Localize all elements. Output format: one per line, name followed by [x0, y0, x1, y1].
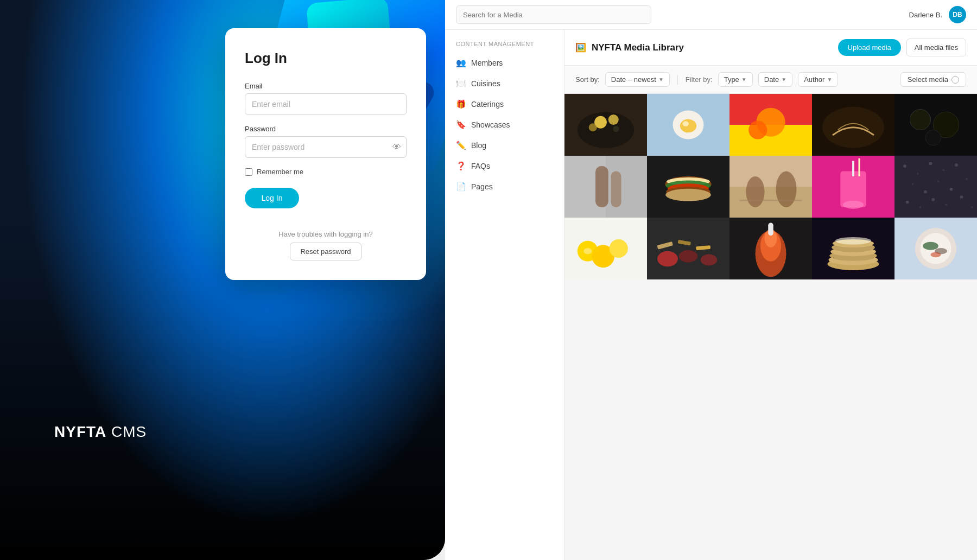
upload-media-button[interactable]: Upload media [838, 39, 901, 56]
author-chevron-icon: ▼ [827, 77, 832, 82]
search-input[interactable] [456, 5, 651, 24]
sidebar-item-members[interactable]: 👥 Members [445, 53, 564, 73]
svg-point-3 [608, 114, 619, 125]
svg-point-30 [665, 189, 711, 201]
svg-point-51 [966, 178, 968, 180]
remember-row: Remember me [245, 168, 407, 176]
sidebar-section-label: Content management [445, 41, 564, 53]
top-bar: Darlene B. DB [445, 0, 977, 30]
avatar: DB [949, 6, 966, 23]
svg-point-54 [931, 198, 935, 201]
sidebar-item-cuisines[interactable]: 🍽️ Cuisines [445, 73, 564, 94]
svg-point-52 [906, 201, 909, 204]
type-chevron-icon: ▼ [741, 77, 747, 82]
media-item[interactable] [812, 156, 894, 218]
svg-point-42 [903, 164, 906, 168]
media-library-icon: 🖼️ [575, 42, 586, 53]
svg-point-5 [613, 126, 619, 132]
svg-point-47 [911, 183, 913, 185]
sidebar-item-faqs[interactable]: ❓ FAQs [445, 156, 564, 176]
media-item[interactable] [729, 218, 812, 279]
all-media-button[interactable]: All media files [906, 39, 966, 56]
sidebar-item-label-blog: Blog [471, 141, 486, 150]
remember-checkbox[interactable] [245, 168, 252, 176]
svg-point-44 [929, 162, 932, 165]
media-item[interactable] [564, 156, 647, 218]
sidebar-item-caterings[interactable]: 🎁 Caterings [445, 94, 564, 114]
media-item[interactable] [647, 156, 729, 218]
password-label: Password [245, 125, 407, 133]
media-item[interactable] [647, 218, 729, 279]
sidebar: Content management 👥 Members 🍽️ Cuisines… [445, 30, 564, 560]
svg-rect-74 [768, 223, 773, 236]
svg-point-33 [746, 176, 764, 207]
media-item[interactable] [647, 94, 729, 156]
date-chevron-icon: ▼ [781, 77, 786, 82]
svg-rect-38 [852, 161, 854, 177]
sort-dropdown[interactable]: Date – newest ▼ [605, 72, 670, 87]
sidebar-item-label-caterings: Caterings [471, 100, 504, 109]
login-button[interactable]: Log In [245, 188, 299, 208]
password-input[interactable] [245, 136, 407, 158]
media-item[interactable] [812, 94, 894, 156]
media-item[interactable] [729, 94, 812, 156]
svg-point-53 [919, 206, 922, 208]
email-input[interactable] [245, 93, 407, 115]
remember-label: Remember me [257, 168, 303, 176]
select-media-button[interactable]: Select media [900, 72, 966, 87]
svg-point-56 [960, 195, 963, 199]
date-dropdown[interactable]: Date ▼ [758, 72, 792, 87]
svg-rect-35 [740, 200, 802, 201]
toggle-password-icon[interactable]: 👁 [392, 142, 401, 152]
media-item[interactable] [812, 218, 894, 279]
media-item[interactable] [894, 94, 977, 156]
filter-label: Filter by: [686, 75, 713, 84]
svg-point-8 [680, 119, 696, 133]
svg-point-50 [950, 188, 953, 191]
reset-password-button[interactable]: Reset password [290, 243, 361, 260]
blog-icon: ✏️ [456, 141, 466, 150]
sidebar-item-pages[interactable]: 📄 Pages [445, 176, 564, 197]
svg-point-46 [955, 163, 958, 167]
svg-point-61 [610, 239, 628, 258]
sidebar-item-showcases[interactable]: 🔖 Showcases [445, 114, 564, 135]
sidebar-item-blog[interactable]: ✏️ Blog [445, 135, 564, 156]
main-content: Content management 👥 Members 🍽️ Cuisines… [445, 30, 977, 560]
svg-point-17 [910, 110, 931, 130]
svg-point-4 [589, 123, 597, 131]
svg-point-86 [923, 242, 938, 250]
svg-point-62 [583, 248, 592, 254]
password-group: Password 👁 [245, 125, 407, 158]
svg-point-69 [701, 254, 717, 265]
faqs-icon: ❓ [456, 161, 466, 171]
select-media-circle-icon [951, 76, 959, 84]
login-card: Log In Email Password 👁 Remember me Log … [225, 28, 426, 280]
svg-rect-39 [859, 158, 860, 176]
sort-label: Sort by: [575, 75, 600, 84]
media-item[interactable] [729, 156, 812, 218]
media-header: 🖼️ NYFTA Media Library Upload media All … [564, 30, 977, 66]
svg-point-9 [683, 121, 689, 126]
media-item[interactable] [564, 218, 647, 279]
svg-rect-22 [595, 166, 608, 207]
svg-point-48 [924, 190, 927, 194]
media-item[interactable] [564, 94, 647, 156]
svg-point-43 [917, 173, 919, 175]
right-panel: Darlene B. DB Content management 👥 Membe… [445, 0, 977, 560]
sidebar-item-label-pages: Pages [471, 182, 493, 191]
media-item[interactable] [894, 218, 977, 279]
sidebar-item-label-faqs: FAQs [471, 162, 490, 170]
svg-point-49 [937, 181, 940, 183]
members-icon: 👥 [456, 58, 466, 68]
svg-point-55 [945, 203, 947, 206]
author-dropdown[interactable]: Author ▼ [798, 72, 838, 87]
media-grid [564, 94, 977, 279]
type-dropdown[interactable]: Type ▼ [718, 72, 753, 87]
svg-point-45 [942, 169, 944, 171]
svg-point-40 [843, 201, 864, 209]
media-item[interactable] [894, 156, 977, 218]
svg-rect-23 [611, 171, 621, 208]
left-panel: NYFTA CMS Log In Email Password 👁 Rememb… [0, 0, 445, 560]
email-group: Email [245, 82, 407, 115]
user-name: Darlene B. [909, 11, 942, 19]
